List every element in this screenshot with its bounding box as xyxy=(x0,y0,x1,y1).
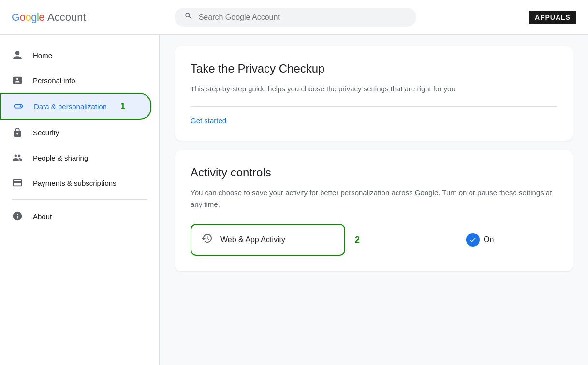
activity-controls-card: Activity controls You can choose to save… xyxy=(175,150,573,271)
activity-item-row: Web & App Activity 2 On xyxy=(191,224,557,256)
sidebar-people-label: People & sharing xyxy=(33,154,88,162)
history-icon xyxy=(201,233,213,247)
activity-controls-desc: You can choose to save your activity for… xyxy=(191,187,557,210)
on-label: On xyxy=(484,235,494,244)
privacy-checkup-card: Take the Privacy Checkup This step-by-st… xyxy=(175,46,573,141)
privacy-checkup-desc: This step-by-step guide helps you choose… xyxy=(191,83,557,95)
sidebar-item-personal-info[interactable]: Personal info xyxy=(0,68,151,93)
sidebar-about-label: About xyxy=(33,212,52,220)
sidebar-divider xyxy=(12,199,147,200)
sidebar-item-about[interactable]: About xyxy=(0,204,151,229)
lock-icon xyxy=(12,127,23,138)
header-right: APPUALS xyxy=(529,11,576,24)
sidebar-home-label: Home xyxy=(33,51,52,59)
toggle-icon xyxy=(13,101,24,112)
sidebar-data-number: 1 xyxy=(120,102,125,112)
sidebar-payments-label: Payments & subscriptions xyxy=(33,179,117,187)
web-app-activity-label: Web & App Activity xyxy=(220,235,285,244)
badge-icon xyxy=(12,74,23,86)
appuals-logo: APPUALS xyxy=(529,11,576,24)
card-divider xyxy=(191,106,557,107)
main-content: Take the Privacy Checkup This step-by-st… xyxy=(160,35,588,365)
on-check-icon xyxy=(466,233,480,247)
person-icon xyxy=(12,49,23,61)
layout: Home Personal info Data & personalizatio… xyxy=(0,35,588,365)
info-icon xyxy=(12,210,23,222)
search-icon xyxy=(184,12,193,23)
activity-number: 2 xyxy=(355,235,360,245)
sidebar-item-home[interactable]: Home xyxy=(0,43,151,68)
sidebar-data-label: Data & personalization xyxy=(34,102,107,111)
sidebar-security-label: Security xyxy=(33,129,59,137)
sidebar-item-data-personalization[interactable]: Data & personalization 1 xyxy=(0,93,151,120)
sidebar-item-security[interactable]: Security xyxy=(0,120,151,145)
people-icon xyxy=(12,152,23,163)
web-app-activity-item[interactable]: Web & App Activity xyxy=(191,224,345,256)
search-input[interactable] xyxy=(199,13,407,22)
activity-controls-title: Activity controls xyxy=(191,166,557,179)
sidebar-personal-label: Personal info xyxy=(33,76,75,85)
logo: Google Account xyxy=(12,11,118,24)
on-status: On xyxy=(466,233,494,247)
sidebar: Home Personal info Data & personalizatio… xyxy=(0,35,160,365)
search-bar[interactable] xyxy=(175,8,416,27)
account-label: Account xyxy=(47,11,86,24)
header: Google Account APPUALS xyxy=(0,0,588,35)
card-icon xyxy=(12,177,23,189)
sidebar-item-payments[interactable]: Payments & subscriptions xyxy=(0,170,151,195)
privacy-checkup-title: Take the Privacy Checkup xyxy=(191,62,557,75)
sidebar-item-people-sharing[interactable]: People & sharing xyxy=(0,145,151,170)
get-started-link[interactable]: Get started xyxy=(191,117,226,125)
google-logo-text: Google xyxy=(12,11,44,24)
